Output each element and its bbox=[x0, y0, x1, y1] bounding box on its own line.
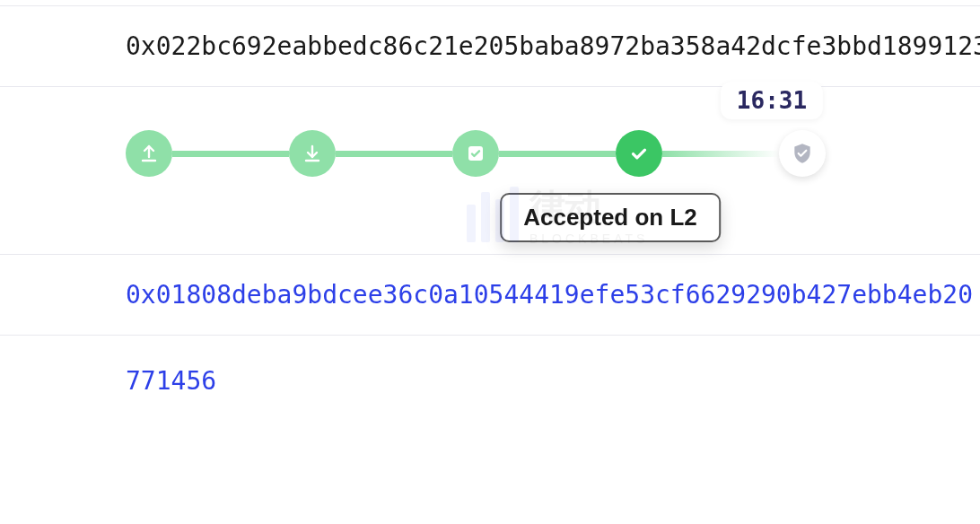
status-progress-row: 16:31 bbox=[0, 87, 980, 255]
progress-track: 16:31 bbox=[126, 130, 826, 177]
tx-hash-row: 0x022bc692eabbedc86c21e205baba8972ba358a… bbox=[0, 5, 980, 87]
step-received[interactable] bbox=[289, 130, 336, 177]
upload-icon bbox=[138, 143, 160, 164]
block-number-row: 771456 bbox=[0, 336, 980, 396]
progress-segment bbox=[172, 151, 289, 157]
download-icon bbox=[302, 143, 323, 164]
step-sent[interactable] bbox=[126, 130, 172, 177]
block-number-link[interactable]: 771456 bbox=[126, 366, 216, 396]
time-badge: 16:31 bbox=[721, 82, 823, 119]
tx-hash[interactable]: 0x022bc692eabbedc86c21e205baba8972ba358a… bbox=[126, 31, 980, 61]
step-finalized[interactable] bbox=[779, 130, 826, 177]
progress-segment bbox=[499, 151, 616, 157]
related-hash-link[interactable]: 0x01808deba9bdcee36c0a10544419efe53cf662… bbox=[126, 280, 980, 310]
status-tooltip: Accepted on L2 bbox=[500, 193, 721, 242]
related-hash-row: 0x01808deba9bdcee36c0a10544419efe53cf662… bbox=[0, 255, 980, 336]
progress-segment bbox=[662, 151, 779, 157]
step-accepted-l2[interactable] bbox=[616, 130, 662, 177]
checklist-icon bbox=[465, 143, 486, 164]
progress-segment bbox=[336, 151, 452, 157]
check-circle-icon bbox=[627, 142, 651, 165]
step-validated[interactable] bbox=[452, 130, 499, 177]
shield-icon bbox=[791, 142, 814, 165]
